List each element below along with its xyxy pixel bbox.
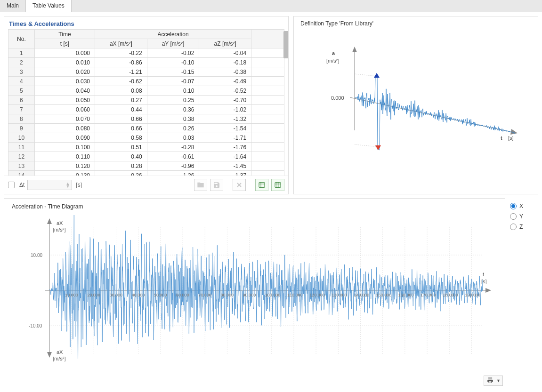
svg-text:[s]: [s] — [508, 135, 514, 141]
svg-text:20.000: 20.000 — [87, 293, 100, 297]
table-row[interactable]: 40.030-0.62-0.07-0.49 — [8, 77, 284, 86]
svg-rect-0 — [259, 183, 265, 188]
svg-text:170.000: 170.000 — [421, 293, 436, 297]
svg-text:90.000: 90.000 — [243, 293, 256, 297]
tab-main[interactable]: Main — [0, 0, 26, 12]
acceleration-time-diagram-panel: Acceleration - Time Diagram 10.00 -10.00 — [4, 198, 505, 388]
table-row[interactable]: 120.1100.40-0.61-1.64 — [8, 152, 284, 161]
col-empty — [251, 30, 284, 48]
svg-text:60.000: 60.000 — [176, 293, 189, 297]
table-row[interactable]: 100.0900.580.03-1.71 — [8, 133, 284, 143]
svg-text:0.000: 0.000 — [331, 95, 344, 101]
col-no: No. — [8, 30, 35, 48]
radio-label: Z — [519, 224, 523, 230]
svg-text:160.000: 160.000 — [398, 293, 414, 297]
print-button[interactable]: ▼ — [484, 376, 503, 386]
table-toolbar: Δt ▲▼ [s] — [4, 176, 288, 194]
table-scrollbar[interactable] — [283, 31, 288, 58]
axis-radio-y[interactable]: Y — [510, 213, 538, 220]
axis-selector: X Y Z — [510, 198, 538, 388]
table-row[interactable]: 90.0800.660.26-1.54 — [8, 124, 284, 133]
table-row[interactable]: 80.0700.660.38-1.32 — [8, 114, 284, 124]
table-row[interactable]: 130.1200.28-0.96-1.45 — [8, 161, 284, 171]
definition-preview-panel: Definition Type 'From Library' — [293, 16, 538, 194]
max-marker-icon — [374, 73, 380, 78]
radio-icon — [510, 203, 517, 209]
col-ax: aX [m/s²] — [95, 39, 147, 48]
svg-text:110.000: 110.000 — [287, 293, 303, 297]
table-row[interactable]: 60.0500.270.25-0.70 — [8, 96, 284, 105]
svg-text:130.000: 130.000 — [332, 293, 347, 297]
svg-rect-1 — [275, 183, 281, 188]
preview-chart: a [m/s²] 0.000 t [s] — [300, 32, 531, 173]
times-accelerations-panel: Times & Accelerations No. Time Accelerat… — [4, 16, 289, 194]
export-excel-button[interactable] — [255, 179, 268, 191]
svg-marker-3 — [352, 47, 357, 52]
svg-text:30.000: 30.000 — [110, 293, 123, 297]
svg-text:140.000: 140.000 — [354, 293, 370, 297]
open-file-button[interactable] — [194, 179, 207, 191]
tab-bar: Main Table Values — [0, 0, 542, 12]
svg-text:t: t — [483, 272, 484, 277]
svg-text:[m/s²]: [m/s²] — [53, 356, 66, 361]
svg-text:150.000: 150.000 — [376, 293, 392, 297]
svg-text:t: t — [501, 135, 502, 141]
svg-marker-35 — [47, 218, 52, 224]
svg-text:10.00: 10.00 — [31, 253, 42, 258]
svg-text:aX: aX — [57, 220, 63, 226]
acceleration-time-chart: 10.00 -10.00 10.00020.00030.00040.00050.… — [12, 213, 492, 363]
delta-t-label: Δt — [19, 182, 24, 188]
chevron-down-icon: ▼ — [496, 378, 501, 383]
min-marker-icon — [375, 145, 381, 150]
col-ay: aY [m/s²] — [147, 39, 199, 48]
svg-marker-38 — [485, 288, 491, 293]
save-button[interactable] — [210, 179, 223, 191]
table-row[interactable]: 70.0600.440.36-1.02 — [8, 105, 284, 114]
col-accel-group: Acceleration — [95, 30, 251, 39]
radio-label: X — [519, 203, 523, 209]
svg-text:[s]: [s] — [481, 279, 487, 284]
axis-radio-x[interactable]: X — [510, 203, 538, 209]
svg-text:120.000: 120.000 — [309, 293, 325, 297]
svg-text:aX: aX — [57, 349, 63, 355]
svg-text:40.000: 40.000 — [132, 293, 145, 297]
tab-table-values[interactable]: Table Values — [26, 0, 72, 12]
svg-text:80.000: 80.000 — [220, 293, 234, 297]
svg-text:[m/s²]: [m/s²] — [326, 58, 340, 64]
table-row[interactable]: 50.0400.080.10-0.52 — [8, 86, 284, 96]
svg-text:a: a — [332, 50, 335, 56]
svg-text:70.000: 70.000 — [198, 293, 211, 297]
table-row[interactable]: 10.000-0.22-0.02-0.04 — [8, 48, 284, 58]
import-excel-button[interactable] — [271, 179, 284, 191]
svg-text:180.000: 180.000 — [443, 293, 458, 297]
svg-text:100.000: 100.000 — [265, 293, 281, 297]
radio-label: Y — [519, 213, 523, 220]
svg-text:190.000: 190.000 — [465, 293, 480, 297]
acceleration-table[interactable]: No. Time Acceleration t [s] aX [m/s²] aY… — [8, 29, 284, 176]
panel-title: Times & Accelerations — [4, 16, 288, 29]
svg-line-6 — [355, 74, 377, 76]
diagram-title: Acceleration - Time Diagram — [12, 203, 497, 210]
svg-marker-36 — [47, 352, 52, 358]
definition-title: Definition Type 'From Library' — [300, 20, 531, 27]
delta-t-checkbox[interactable] — [8, 182, 15, 188]
svg-text:50.000: 50.000 — [154, 293, 167, 297]
axis-radio-z[interactable]: Z — [510, 224, 538, 230]
svg-line-7 — [355, 144, 378, 147]
table-row[interactable]: 20.010-0.86-0.10-0.18 — [8, 58, 284, 67]
col-time: t [s] — [34, 39, 95, 48]
unit-seconds: [s] — [76, 182, 82, 188]
radio-icon — [510, 224, 517, 230]
printer-icon — [486, 377, 494, 384]
table-row[interactable]: 140.1300.26-1.26-1.37 — [8, 171, 284, 176]
table-row[interactable]: 30.020-1.21-0.15-0.38 — [8, 67, 284, 77]
delta-t-spinner[interactable]: ▲▼ — [27, 180, 72, 190]
col-time-group: Time — [34, 30, 95, 39]
svg-text:-10.00: -10.00 — [29, 323, 42, 328]
radio-icon — [510, 213, 517, 220]
table-row[interactable]: 110.1000.51-0.28-1.76 — [8, 143, 284, 152]
svg-text:[m/s²]: [m/s²] — [53, 227, 66, 232]
delete-button[interactable] — [233, 179, 246, 191]
svg-text:10.000: 10.000 — [65, 293, 78, 297]
col-az: aZ [m/s²] — [199, 39, 251, 48]
